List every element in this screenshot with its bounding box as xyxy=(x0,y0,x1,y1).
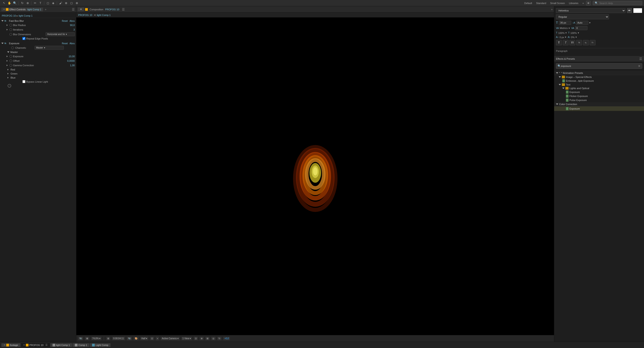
select-tool[interactable]: ↖ xyxy=(2,1,6,6)
refresh-btn[interactable]: ↻ xyxy=(217,337,222,340)
hand-tool[interactable]: ✋ xyxy=(7,1,12,6)
param-expand-icon[interactable] xyxy=(6,60,8,62)
param-expand-icon[interactable] xyxy=(6,24,8,26)
expand-button[interactable]: » xyxy=(45,8,46,11)
channel-circle[interactable] xyxy=(11,46,14,49)
exposure-param-value[interactable]: 10,00 xyxy=(61,55,75,58)
tab-menu-icon[interactable]: ☰ xyxy=(45,344,48,346)
tsukimi-arrow[interactable]: ▾ xyxy=(576,36,577,38)
blue-section[interactable]: Blue xyxy=(0,76,76,80)
workspace-more[interactable]: » xyxy=(582,2,584,4)
type-style-subscript[interactable]: T+ xyxy=(590,40,596,45)
param-circle-icon[interactable] xyxy=(10,64,12,67)
view-safe-btn[interactable]: ◎ xyxy=(211,337,216,340)
color-correction-exposure-item[interactable]: Exposure xyxy=(554,106,644,111)
iterations-value[interactable]: 3 xyxy=(61,28,75,31)
comp1-tab[interactable]: Comp 1 xyxy=(72,343,89,347)
channels-dropdown[interactable]: Master ▾ xyxy=(34,46,64,50)
breadcrumb-child[interactable]: light Comp 1 xyxy=(97,14,111,16)
comp-tab-name[interactable]: PROFOG 10 xyxy=(105,8,119,11)
v-scale-arrow[interactable]: ▾ xyxy=(578,32,579,34)
rotate-tool[interactable]: ↻ xyxy=(20,1,24,6)
panel-menu-icon[interactable]: ☰ xyxy=(122,8,125,11)
param-expand-icon[interactable] xyxy=(6,55,8,58)
blur-dimensions-dropdown[interactable]: Horizontal and Ve ▾ xyxy=(46,32,75,36)
param-circle-icon[interactable] xyxy=(10,33,12,36)
screen-icon[interactable]: ⊞ xyxy=(586,1,590,6)
tab-close-icon[interactable]: ✕ xyxy=(4,344,6,346)
search-clear-btn[interactable]: ✕ xyxy=(638,64,641,68)
footage-tab[interactable]: ✕ footage xyxy=(1,343,20,347)
effects-panel-menu[interactable]: ☰ xyxy=(639,57,642,60)
type-style-all-caps[interactable]: TT xyxy=(570,40,575,45)
blur-radius-value[interactable]: 90,0 xyxy=(61,24,75,26)
red-section[interactable]: Red xyxy=(0,68,76,72)
param-circle-icon[interactable] xyxy=(10,24,12,26)
close-icon[interactable]: ✕ xyxy=(80,8,82,11)
color-correction-header[interactable]: Color Correction xyxy=(554,102,644,106)
type-style-superscript[interactable]: T+ xyxy=(583,40,589,45)
reset-button[interactable]: Reset xyxy=(62,20,68,22)
metrics-arrow[interactable]: ▾ xyxy=(568,27,570,30)
camera-dropdown[interactable]: Active Camera ▾ xyxy=(161,337,180,340)
type-style-faux-bold[interactable]: T xyxy=(556,40,562,45)
h-scale-arrow[interactable]: ▾ xyxy=(566,32,567,34)
snapshot-btn[interactable]: 📷 xyxy=(127,337,132,340)
stopwatch-icon[interactable] xyxy=(8,84,11,88)
type-style-faux-italic[interactable]: T xyxy=(563,40,568,45)
zoom-display[interactable]: 74,6% ▾ xyxy=(91,337,102,340)
gamma-value[interactable]: 1,00 xyxy=(61,64,75,67)
eraser-tool[interactable]: ◻ xyxy=(69,1,74,6)
transparency-btn[interactable]: ▪ xyxy=(156,337,159,340)
clone-tool[interactable]: ⊗ xyxy=(64,1,68,6)
master-section[interactable]: Master xyxy=(0,50,76,54)
image-special-effects-folder[interactable]: Image – Special Effects xyxy=(554,75,644,79)
profog-tab[interactable]: ✕ PROFOG 10 ☰ xyxy=(21,343,50,347)
exposure-header[interactable]: fx Exposure Reset Abou xyxy=(0,41,76,45)
text-color-swatch[interactable] xyxy=(633,8,642,13)
puppet-tool[interactable]: ⊕ xyxy=(74,1,79,6)
zoom-tool[interactable]: 🔍 xyxy=(12,1,17,6)
workspace-default[interactable]: Default xyxy=(524,2,532,4)
param-circle-icon[interactable] xyxy=(10,55,12,58)
bypass-linear-light-checkbox[interactable] xyxy=(22,80,25,83)
expand-button[interactable]: » xyxy=(551,8,552,11)
comp-name[interactable]: PROFOG 10 xyxy=(2,14,16,17)
text-tool[interactable]: T xyxy=(38,1,43,6)
offset-value[interactable]: 0,0000 xyxy=(61,60,75,62)
light-comp-tab[interactable]: light Comp 1 xyxy=(50,343,72,347)
paint-tool[interactable]: 🖌 xyxy=(58,1,63,6)
font-size-input[interactable] xyxy=(559,21,571,25)
comp-close-btn[interactable]: ✕ xyxy=(78,8,84,11)
panel-menu-icon[interactable]: ☰ xyxy=(72,8,75,11)
param-circle-icon[interactable] xyxy=(10,28,12,31)
viewer-monitor-btn[interactable]: 🖥 xyxy=(85,337,89,340)
workspace-libraries[interactable]: Libraries xyxy=(569,2,578,4)
camera-tool[interactable]: ⊕ xyxy=(25,1,30,6)
view-options-btn[interactable]: ⊡ xyxy=(194,337,198,340)
animation-presets-header[interactable]: * * Animation Presets xyxy=(554,71,644,75)
shape-tool[interactable]: ◻ xyxy=(46,1,50,6)
workspace-small-screen[interactable]: Small Screen xyxy=(550,2,565,4)
lights-optical-folder[interactable]: Lights and Optical xyxy=(554,86,644,90)
about-button[interactable]: Abou xyxy=(70,42,75,45)
color-btn[interactable]: 🎨 xyxy=(134,337,138,340)
repeat-edge-pixels-checkbox[interactable] xyxy=(22,37,25,40)
param-expand-icon[interactable] xyxy=(6,28,8,31)
type-pen-icon[interactable]: ✏ xyxy=(627,8,632,13)
param-expand-icon[interactable] xyxy=(6,33,8,36)
region-btn[interactable]: ⊡ xyxy=(150,337,154,340)
baseline-arrow[interactable]: ▾ xyxy=(565,36,566,38)
pulse-exposure-item[interactable]: Pulse Exposure xyxy=(554,98,644,102)
flicker-exposure-item[interactable]: Flicker Exposure xyxy=(554,94,644,98)
workspace-standard[interactable]: Standard xyxy=(536,2,546,4)
embosse-exposure-item[interactable]: Embosse...tiple Exposure xyxy=(554,79,644,83)
comp-child[interactable]: light Comp 1 xyxy=(19,14,32,17)
view-more-btn[interactable]: ⊕ xyxy=(200,337,204,340)
search-input[interactable] xyxy=(599,2,635,4)
pen-tool[interactable]: ✏ xyxy=(33,1,37,6)
time-display-btn[interactable]: 0:00:04:11 xyxy=(112,337,125,340)
view-layout-dropdown[interactable]: 1 View ▾ xyxy=(182,337,192,340)
offset-display[interactable]: +0,0 xyxy=(223,337,230,340)
green-section[interactable]: Green xyxy=(0,72,76,76)
